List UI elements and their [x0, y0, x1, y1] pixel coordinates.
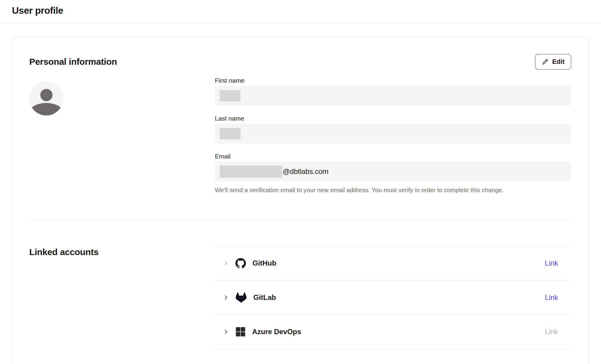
email-domain-text: @dbtlabs.com [283, 167, 329, 176]
chevron-right-icon[interactable] [223, 328, 229, 335]
redacted-first-name [220, 90, 241, 101]
linked-accounts-title: Linked accounts [29, 247, 215, 257]
page-title: User profile [12, 4, 589, 17]
account-row-azure-devops[interactable]: Azure DevOps Link [215, 315, 571, 349]
email-label: Email [215, 153, 571, 160]
personal-info-title: Personal information [29, 57, 117, 67]
linked-accounts-list: GitHub Link GitLab Link [215, 246, 571, 349]
edit-button[interactable]: Edit [535, 54, 571, 70]
email-help-text: We'll send a verification email to your … [215, 186, 571, 194]
linked-accounts-section: Linked accounts GitHub Link [29, 220, 571, 349]
gitlab-icon [235, 292, 247, 303]
personal-info-form: First name Last name Email @dbtlabs.com … [215, 77, 571, 194]
last-name-label: Last name [215, 115, 571, 122]
email-field: @dbtlabs.com [215, 162, 571, 181]
personal-info-body: First name Last name Email @dbtlabs.com … [29, 70, 571, 194]
account-name: GitLab [253, 293, 276, 302]
linked-accounts-heading-column: Linked accounts [29, 220, 215, 349]
avatar [29, 81, 63, 115]
first-name-label: First name [215, 77, 571, 84]
gitlab-link-action[interactable]: Link [545, 293, 558, 302]
profile-card: Personal information Edit First name [12, 36, 588, 364]
account-row-gitlab[interactable]: GitLab Link [215, 280, 571, 315]
account-row-github[interactable]: GitHub Link [215, 246, 571, 280]
github-link-action[interactable]: Link [545, 259, 558, 267]
redacted-last-name [220, 128, 241, 139]
avatar-column [29, 70, 215, 194]
redacted-email-local-part [220, 166, 282, 178]
azure-devops-icon [235, 327, 246, 337]
first-name-field [215, 86, 571, 106]
person-silhouette-icon [40, 89, 53, 101]
account-name: Azure DevOps [252, 328, 301, 336]
person-silhouette-shoulders [29, 103, 63, 115]
pencil-icon [542, 58, 549, 65]
account-name: GitHub [252, 259, 276, 267]
personal-info-header: Personal information Edit [29, 37, 571, 70]
azure-devops-link-action: Link [545, 328, 558, 336]
github-icon [235, 258, 246, 269]
edit-button-label: Edit [552, 58, 565, 66]
last-name-field [215, 124, 571, 144]
chevron-right-icon[interactable] [223, 260, 229, 266]
chevron-right-icon[interactable] [223, 294, 229, 301]
page-header: User profile [0, 0, 601, 23]
